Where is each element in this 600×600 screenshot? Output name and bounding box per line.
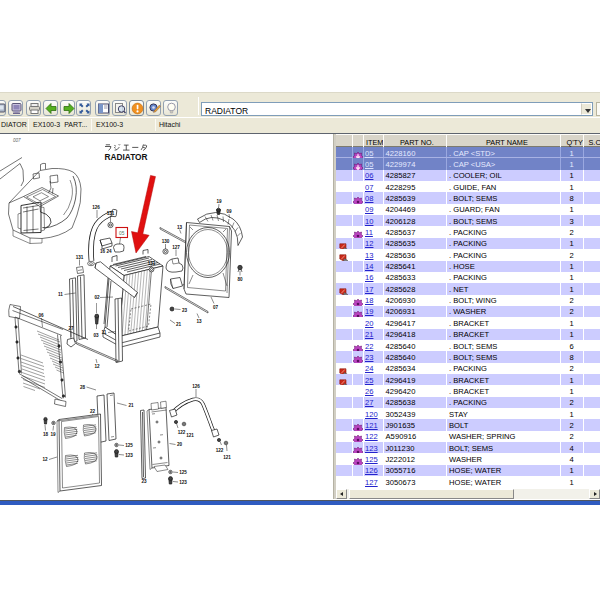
svg-text:27: 27 bbox=[68, 326, 74, 331]
svg-text:23: 23 bbox=[141, 479, 147, 484]
svg-text:19: 19 bbox=[216, 199, 222, 204]
svg-text:131: 131 bbox=[148, 261, 156, 266]
svg-text:123: 123 bbox=[179, 480, 187, 485]
svg-text:13: 13 bbox=[196, 319, 202, 324]
svg-text:121: 121 bbox=[223, 455, 231, 460]
svg-text:23: 23 bbox=[182, 308, 188, 313]
svg-text:RADIATOR: RADIATOR bbox=[104, 152, 147, 162]
svg-text:131: 131 bbox=[76, 255, 84, 260]
svg-text:125: 125 bbox=[125, 443, 133, 448]
svg-text:13: 13 bbox=[177, 225, 183, 230]
svg-text:126: 126 bbox=[92, 205, 100, 210]
svg-text:11: 11 bbox=[102, 330, 107, 335]
svg-text:21: 21 bbox=[128, 403, 134, 408]
svg-text:12: 12 bbox=[42, 457, 48, 462]
svg-text:28: 28 bbox=[80, 385, 86, 390]
svg-text:18: 18 bbox=[43, 432, 49, 437]
svg-text:123: 123 bbox=[125, 453, 133, 458]
svg-text:12: 12 bbox=[94, 364, 100, 369]
svg-text:131: 131 bbox=[107, 211, 115, 216]
svg-text:09: 09 bbox=[226, 209, 232, 214]
svg-text:11: 11 bbox=[58, 292, 63, 297]
svg-text:125: 125 bbox=[179, 470, 187, 475]
svg-text:02: 02 bbox=[94, 295, 100, 300]
svg-text:007: 007 bbox=[13, 138, 21, 143]
svg-text:20: 20 bbox=[177, 442, 183, 447]
svg-text:122: 122 bbox=[178, 430, 186, 435]
svg-text:03: 03 bbox=[93, 333, 99, 338]
svg-text:22: 22 bbox=[90, 409, 96, 414]
svg-text:80: 80 bbox=[237, 277, 243, 282]
svg-text:06: 06 bbox=[38, 313, 44, 318]
svg-text:21: 21 bbox=[176, 322, 182, 327]
svg-text:122: 122 bbox=[216, 448, 224, 453]
svg-text:19: 19 bbox=[50, 432, 56, 437]
svg-text:126: 126 bbox=[192, 384, 200, 389]
svg-text:127: 127 bbox=[172, 245, 180, 250]
svg-text:121: 121 bbox=[186, 433, 194, 438]
svg-text:07: 07 bbox=[213, 305, 219, 310]
svg-text:130: 130 bbox=[162, 239, 170, 244]
svg-text:16 24: 16 24 bbox=[100, 249, 112, 254]
svg-text:05: 05 bbox=[119, 231, 125, 236]
